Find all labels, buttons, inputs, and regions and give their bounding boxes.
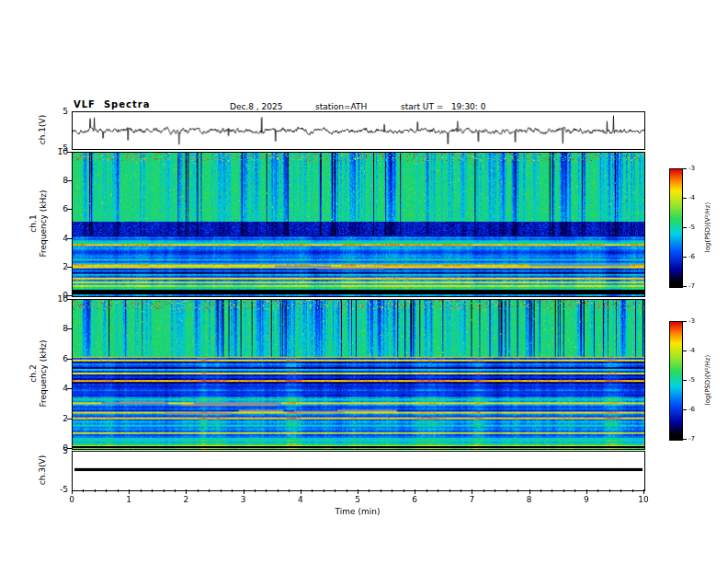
spec2-frequency-label: Frequency (kHz): [39, 339, 49, 407]
spec1-channel-label: ch.1: [28, 190, 39, 257]
colorbar-1-tick-marks: [683, 168, 687, 286]
spec1-frequency-label: Frequency (kHz): [39, 190, 49, 257]
spec1-y-tick-labels: 1086420: [51, 152, 68, 295]
ch2-spectrogram-canvas: [73, 300, 644, 449]
spec2-y-tick-labels: 1086420: [51, 299, 68, 448]
waveform-panel-ch3: [72, 451, 645, 491]
ch3v-axis-title: ch.3(V): [38, 455, 47, 485]
colorbar-1: [669, 168, 683, 288]
waveform-panel-ch1: [72, 111, 645, 150]
vlf-spectra-figure: VLF Spectra Dec.8 , 2025 station=ATH sta…: [0, 0, 728, 563]
colorbar-2-title: log(PSD)(V²/Hz): [704, 355, 711, 406]
plot-station: station=ATH: [315, 102, 367, 111]
ch3-waveform-canvas: [73, 452, 644, 490]
x-axis-tick-labels: 012345678910: [72, 496, 643, 505]
spectrogram-panel-ch2: [72, 299, 645, 450]
ch1-spectrogram-canvas: [73, 153, 644, 296]
ch3-y-tick-labels: 5-5: [51, 451, 68, 489]
ch1-waveform-canvas: [73, 112, 644, 149]
colorbar-2-tick-marks: [683, 321, 687, 439]
spec1-axis-title: ch.1 Frequency (kHz): [28, 190, 49, 257]
spec2-channel-label: ch.2: [28, 339, 39, 407]
spectrogram-panel-ch1: [72, 152, 645, 297]
plot-start-ut: start UT = 19:30: 0: [401, 102, 485, 111]
x-axis-title: Time (min): [72, 507, 643, 516]
plot-title: VLF Spectra: [74, 99, 150, 109]
spec2-y-tick-marks: [67, 299, 72, 448]
spec2-axis-title: ch.2 Frequency (kHz): [28, 339, 49, 407]
spec1-y-tick-marks: [67, 152, 72, 295]
colorbar-2-tick-labels: -3-4-5-6-7: [688, 321, 701, 439]
colorbar-1-title: log(PSD)(V²/Hz): [704, 202, 711, 253]
colorbar-1-tick-labels: -3-4-5-6-7: [688, 168, 701, 286]
ch1-y-tick-labels: 5-5: [51, 111, 68, 148]
ch1v-axis-title: ch.1(V): [38, 115, 47, 144]
colorbar-2: [669, 321, 683, 441]
plot-date: Dec.8 , 2025: [230, 102, 283, 111]
x-axis-major-ticks: [72, 489, 643, 494]
